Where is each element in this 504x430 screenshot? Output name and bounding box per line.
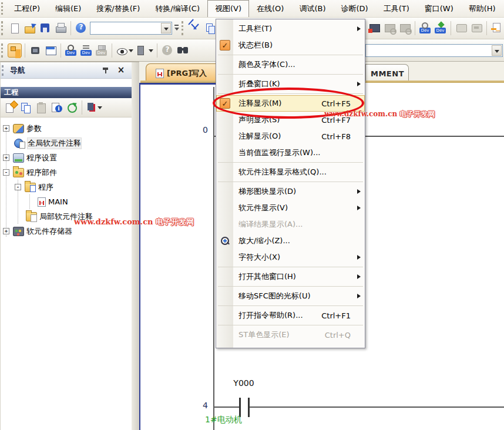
- open-file-icon[interactable]: [23, 21, 37, 35]
- dev-grid-gray-icon[interactable]: Dev: [95, 43, 109, 58]
- toolbar-grip[interactable]: [1, 21, 6, 35]
- toolbar-combobox[interactable]: [90, 22, 172, 35]
- menu-item[interactable]: 编辑(E): [48, 0, 89, 17]
- device-find-dd-icon[interactable]: [135, 43, 154, 58]
- menu-item[interactable]: 窗口(W): [417, 0, 461, 17]
- panel-splitter[interactable]: [132, 62, 139, 430]
- chat-gray-icon[interactable]: [454, 21, 468, 35]
- dev-find-small-icon[interactable]: Dev: [418, 21, 432, 35]
- submenu-arrow-icon: [357, 274, 361, 279]
- menu-item-device-comment-format[interactable]: 软元件注释显示格式(Q)...: [216, 164, 365, 180]
- tree-item-程序部件[interactable]: 程序部件: [1, 165, 132, 180]
- menu-item[interactable]: 调试(B): [291, 0, 333, 17]
- tree-item-软元件存储器[interactable]: 软元件存储器: [1, 224, 132, 238]
- menu-item[interactable]: 工具(T): [376, 0, 417, 17]
- device-combobox[interactable]: [365, 44, 503, 57]
- menu-view-active[interactable]: 视图(V): [207, 0, 249, 17]
- menu-item-open-instruction-help[interactable]: 打开指令帮助(R)...Ctrl+F1: [216, 307, 365, 324]
- binoculars-icon[interactable]: [176, 43, 190, 58]
- toolbar-overflow-chevron[interactable]: [173, 21, 180, 35]
- nav-filter-dd-icon[interactable]: [85, 100, 103, 115]
- tree-expander-plus[interactable]: [3, 125, 9, 132]
- menu-item[interactable]: 帮助(H): [461, 0, 503, 17]
- close-icon[interactable]: [116, 65, 126, 76]
- toolbar-separator: [25, 43, 25, 58]
- cut-icon[interactable]: [188, 21, 202, 35]
- tree-item-参数[interactable]: 参数: [1, 121, 132, 136]
- menu-item-gutter: [216, 183, 234, 200]
- menu-item-gutter: [216, 288, 234, 304]
- tree-expander-plus[interactable]: [3, 228, 9, 234]
- menu-item[interactable]: 诊断(D): [333, 0, 375, 17]
- menu-item-label: 声明显示(S): [238, 115, 280, 125]
- combobox-dropdown-button[interactable]: [492, 45, 502, 56]
- tree-item-label: 程序部件: [26, 167, 57, 178]
- tree-item-全局软元件注释[interactable]: 全局软元件注释: [1, 136, 132, 150]
- global-comment-icon: [14, 139, 25, 148]
- nav-info-icon[interactable]: [49, 100, 63, 115]
- local-comment-icon: [26, 212, 37, 221]
- dev-list-blue-icon[interactable]: Dev: [79, 43, 93, 58]
- menu-item-shortcut: Ctrl+F1: [321, 311, 351, 320]
- toolbar-grip[interactable]: [1, 43, 6, 58]
- tree-item-程序[interactable]: 程序: [1, 180, 132, 194]
- menu-item[interactable]: 工程(P): [6, 0, 48, 17]
- tree-item-MAIN[interactable]: MAIN: [1, 194, 132, 209]
- menu-item-toolbar[interactable]: 工具栏(T): [216, 21, 365, 37]
- help-gray-icon[interactable]: [160, 43, 174, 58]
- menu-item-zoom[interactable]: 放大/缩小(Z)...: [216, 233, 365, 249]
- pin-icon[interactable]: [100, 65, 111, 76]
- new-file-icon[interactable]: [8, 21, 22, 35]
- project-toggle-on-icon[interactable]: [8, 43, 22, 58]
- window-icon[interactable]: [43, 43, 58, 58]
- save-icon[interactable]: [38, 21, 52, 35]
- menu-item-label: 梯形图块显示(D): [238, 186, 296, 197]
- tree-expander-plus[interactable]: [3, 154, 9, 161]
- chat-send-gray-icon[interactable]: [469, 21, 483, 35]
- menu-item-status-bar[interactable]: 状态栏(B): [216, 37, 365, 53]
- help-icon[interactable]: [74, 21, 88, 35]
- tree-expander-minus[interactable]: [3, 169, 9, 176]
- menu-item-move-sfc-cursor[interactable]: 移动SFC图的光标(U): [216, 288, 365, 304]
- nav-refresh-icon[interactable]: [65, 100, 79, 115]
- panel-grip[interactable]: [2, 65, 6, 76]
- nav-new-icon[interactable]: [4, 100, 18, 115]
- monitor-gray-icon[interactable]: [382, 21, 397, 35]
- contact-symbol[interactable]: [248, 398, 250, 417]
- menu-item[interactable]: 在线(O): [249, 0, 291, 17]
- menu-item-comment-display[interactable]: 注释显示(M)Ctrl+F5: [216, 95, 365, 112]
- menu-separator: [218, 74, 363, 75]
- menubar-grip[interactable]: [1, 2, 5, 15]
- monitor2-gray-icon[interactable]: [398, 21, 412, 35]
- tree-expander-minus[interactable]: [15, 184, 21, 190]
- menu-item[interactable]: 转换/编译(C): [147, 0, 207, 17]
- menu-item-device-display[interactable]: 软元件显示(V): [216, 200, 365, 216]
- tree-item-局部软元件注释[interactable]: 局部软元件注释: [1, 209, 132, 224]
- print-icon[interactable]: [53, 21, 68, 35]
- menu-item-statement-display[interactable]: 声明显示(S)Ctrl+F7: [216, 112, 365, 128]
- menu-item-note-display[interactable]: 注解显示(O)Ctrl+F8: [216, 128, 365, 145]
- nav-paste-icon[interactable]: [34, 100, 48, 115]
- menu-item-monitor-current-value-row[interactable]: 当前值监视行显示(W)...: [216, 145, 365, 161]
- menu-item-docking-window[interactable]: 折叠窗口(K): [216, 76, 365, 92]
- tree-item-label: 程序: [38, 182, 53, 193]
- menu-item-st-monochrome-display[interactable]: ST单色显示(E)Ctrl+Q: [216, 327, 365, 343]
- dev-eye-dd-icon[interactable]: [115, 43, 134, 58]
- menu-item-ladder-block-display[interactable]: 梯形图块显示(D): [216, 183, 365, 200]
- menu-item-color-and-font[interactable]: 颜色及字体(C)...: [216, 56, 365, 73]
- nav-copy-icon[interactable]: [19, 100, 33, 115]
- combobox-dropdown-button[interactable]: [161, 23, 171, 33]
- menu-item-text-size[interactable]: 字符大小(X): [216, 249, 365, 266]
- dev-find-blue-icon[interactable]: Dev: [64, 43, 78, 58]
- page-arrow-orange-icon[interactable]: [490, 21, 504, 35]
- toolbar-grip[interactable]: [182, 21, 186, 35]
- chip-icon[interactable]: [28, 43, 42, 58]
- menu-item-open-other-windows[interactable]: 打开其他窗口(H): [216, 268, 365, 285]
- dev-check-icon[interactable]: Dev: [434, 21, 448, 35]
- tree-item-程序设置[interactable]: 程序设置: [1, 150, 132, 165]
- contact-device-label: Y000: [220, 378, 267, 388]
- menu-item[interactable]: 搜索/替换(F): [89, 0, 147, 17]
- menu-item-gutter: [216, 56, 234, 73]
- menu-item-compile-result-display[interactable]: 编译结果显示(A)...: [216, 216, 365, 233]
- monitor-find-color-icon[interactable]: [367, 21, 381, 35]
